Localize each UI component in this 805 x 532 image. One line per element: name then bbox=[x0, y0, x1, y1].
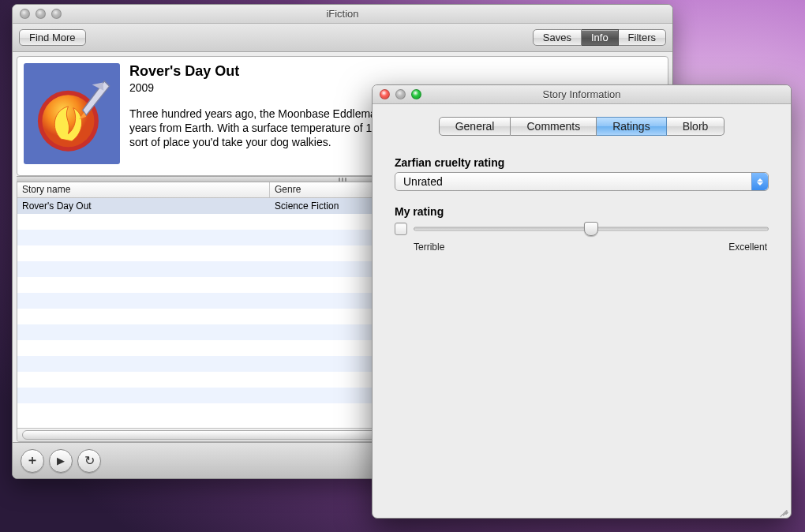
minimize-icon[interactable] bbox=[395, 89, 406, 99]
ratings-panel: Zarfian cruelty rating Unrated My rating… bbox=[373, 145, 791, 253]
refresh-button[interactable]: ↻ bbox=[77, 449, 101, 473]
find-more-button[interactable]: Find More bbox=[19, 29, 86, 46]
titlebar[interactable]: iFiction bbox=[13, 5, 672, 24]
my-rating-slider[interactable] bbox=[414, 221, 769, 237]
story-title: Rover's Day Out bbox=[129, 63, 661, 80]
view-segment: Saves Info Filters bbox=[533, 29, 666, 46]
slider-min-label: Terrible bbox=[414, 242, 444, 253]
column-story-name[interactable]: Story name bbox=[17, 182, 270, 197]
tab-info[interactable]: Info bbox=[582, 29, 619, 46]
cruelty-rating-label: Zarfian cruelty rating bbox=[395, 156, 769, 169]
resize-handle[interactable] bbox=[777, 504, 788, 515]
cell-story-name: Rover's Day Out bbox=[17, 200, 270, 212]
slider-max-label: Excellent bbox=[728, 242, 767, 253]
cruelty-rating-select[interactable]: Unrated bbox=[395, 172, 769, 191]
tab-bar: General Comments Ratings Blorb bbox=[373, 104, 791, 145]
play-button[interactable]: ▶ bbox=[49, 449, 73, 473]
toolbar: Find More Saves Info Filters bbox=[13, 24, 672, 52]
window-title: iFiction bbox=[13, 8, 672, 20]
titlebar[interactable]: Story Information bbox=[373, 85, 791, 104]
minimize-icon[interactable] bbox=[36, 9, 46, 19]
zoom-icon[interactable] bbox=[411, 89, 421, 99]
dropdown-arrows-icon bbox=[751, 173, 768, 190]
my-rating-checkbox[interactable] bbox=[395, 223, 407, 235]
cruelty-rating-value: Unrated bbox=[403, 175, 443, 188]
tab-general[interactable]: General bbox=[439, 117, 511, 136]
tab-filters[interactable]: Filters bbox=[619, 29, 666, 46]
close-icon[interactable] bbox=[380, 89, 390, 99]
close-icon[interactable] bbox=[20, 9, 30, 19]
window-title: Story Information bbox=[373, 88, 791, 100]
add-button[interactable]: ＋ bbox=[21, 449, 44, 473]
cover-art bbox=[24, 63, 120, 164]
refresh-icon: ↻ bbox=[84, 453, 95, 468]
tab-saves[interactable]: Saves bbox=[533, 29, 582, 46]
slider-thumb[interactable] bbox=[584, 222, 598, 236]
tab-blorb[interactable]: Blorb bbox=[667, 117, 725, 136]
zoom-icon[interactable] bbox=[51, 9, 62, 19]
tab-comments[interactable]: Comments bbox=[511, 117, 597, 136]
tab-ratings[interactable]: Ratings bbox=[597, 117, 666, 136]
play-icon: ▶ bbox=[57, 455, 65, 466]
plus-icon: ＋ bbox=[26, 452, 39, 469]
story-information-window: Story Information General Comments Ratin… bbox=[372, 84, 792, 519]
my-rating-label: My rating bbox=[395, 205, 769, 218]
